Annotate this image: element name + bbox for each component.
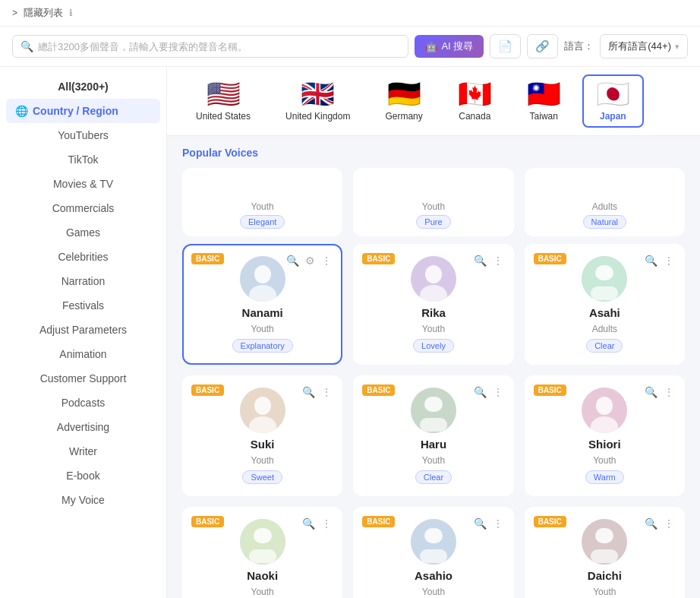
more-options-button[interactable]: ⋮ (662, 384, 676, 400)
voice-card-shiori[interactable]: BASIC 🔍 ⋮ Shiori Youth Warm (525, 375, 685, 496)
flag-us: 🇺🇸 (207, 81, 241, 108)
sidebar-item-commercials[interactable]: Commercials (0, 196, 166, 220)
link-button[interactable]: 🔗 (527, 34, 558, 59)
voice-tag: Clear (415, 470, 452, 484)
info-icon[interactable]: ℹ (69, 8, 73, 18)
svg-rect-26 (591, 549, 618, 563)
sidebar-item-advertising[interactable]: Advertising (0, 415, 166, 439)
svg-rect-13 (424, 397, 443, 412)
voice-card-haru[interactable]: BASIC 🔍 ⋮ Haru Youth Clear (353, 375, 513, 496)
top-bar: > 隱藏列表 ℹ (0, 0, 700, 27)
country-name-jp: Japan (600, 111, 626, 122)
sidebar-item-movies-tv[interactable]: Movies & TV (0, 172, 166, 196)
search-voice-button[interactable]: 🔍 (472, 253, 488, 268)
search-voice-button[interactable]: 🔍 (472, 384, 488, 400)
top-bar-label: 隱藏列表 (24, 6, 63, 20)
voice-name: Naoki (247, 569, 278, 582)
partial-card-0[interactable]: Youth Elegant (182, 168, 342, 236)
voice-age-partial-0: Youth (251, 201, 274, 212)
more-options-button[interactable]: ⋮ (491, 516, 505, 531)
voice-avatar (582, 256, 627, 302)
more-options-button[interactable]: ⋮ (320, 384, 333, 400)
sidebar-item-youtubers[interactable]: YouTubers (0, 123, 166, 147)
more-options-button[interactable]: ⋮ (662, 253, 676, 268)
voice-name: Asahi (589, 306, 620, 319)
sidebar-item-country-region[interactable]: 🌐 Country / Region (6, 99, 160, 123)
sidebar-item-all[interactable]: All(3200+) (0, 74, 166, 99)
sidebar-item-games[interactable]: Games (0, 220, 166, 245)
card-actions: 🔍 ⋮ (301, 384, 333, 400)
voice-age: Youth (251, 587, 274, 597)
search-voice-button[interactable]: 🔍 (643, 516, 659, 531)
sidebar-item-celebrities[interactable]: Celebrities (0, 245, 166, 269)
flag-uk: 🇬🇧 (301, 81, 335, 108)
voice-age: Youth (593, 587, 616, 597)
partial-card-1[interactable]: Youth Pure (353, 168, 513, 236)
globe-icon: 🌐 (15, 105, 28, 117)
more-options-button[interactable]: ⋮ (662, 516, 676, 531)
svg-rect-25 (595, 528, 613, 543)
voice-card-nanami[interactable]: BASIC 🔍 ⚙ ⋮ Nanami Youth Explanatory (182, 244, 342, 365)
voice-age: Adults (592, 324, 617, 334)
voice-tag: Sweet (242, 470, 282, 484)
partial-card-2[interactable]: Adults Natural (525, 168, 685, 236)
search-voice-button[interactable]: 🔍 (472, 516, 488, 531)
sidebar-item-festivals[interactable]: Festivals (0, 293, 166, 318)
sidebar-item-customer-support[interactable]: Customer Support (0, 366, 166, 391)
svg-point-4 (425, 265, 442, 283)
basic-badge: BASIC (362, 516, 395, 527)
more-options-button[interactable]: ⋮ (320, 253, 333, 268)
voice-avatar (240, 388, 285, 433)
popular-section: Popular Voices (167, 136, 700, 159)
country-tab-jp[interactable]: 🇯🇵 Japan (582, 74, 644, 128)
file-button[interactable]: 📄 (490, 34, 521, 59)
country-tab-tw[interactable]: 🇹🇼 Taiwan (513, 74, 575, 128)
card-actions: 🔍 ⋮ (472, 516, 505, 531)
language-select[interactable]: 所有語言(44+) ▾ (600, 34, 688, 59)
ai-search-button[interactable]: 🤖 AI 搜尋 (415, 35, 484, 58)
lang-value: 所有語言(44+) (608, 40, 671, 53)
country-tab-ca[interactable]: 🇨🇦 Canada (444, 74, 506, 128)
search-voice-button[interactable]: 🔍 (643, 253, 659, 268)
svg-rect-8 (591, 286, 618, 300)
voice-card-suki[interactable]: BASIC 🔍 ⋮ Suki Youth Sweet (182, 375, 342, 496)
arrow-icon[interactable]: > (12, 8, 17, 18)
chevron-down-icon: ▾ (675, 42, 680, 52)
voice-avatar (411, 388, 456, 433)
country-tab-de[interactable]: 🇩🇪 Germany (371, 74, 436, 128)
search-bar-row: 🔍 🤖 AI 搜尋 📄 🔗 語言： 所有語言(44+) ▾ (0, 27, 700, 67)
search-voice-button[interactable]: 🔍 (301, 384, 317, 400)
voice-age: Youth (422, 324, 445, 334)
country-tab-uk[interactable]: 🇬🇧 United Kingdom (272, 74, 364, 128)
sidebar-item-writer[interactable]: Writer (0, 439, 166, 464)
sidebar-item-my-voice[interactable]: My Voice (0, 488, 166, 512)
voice-card-asahi[interactable]: BASIC 🔍 ⋮ Asahi Adults Clear (525, 244, 685, 365)
country-tab-us[interactable]: 🇺🇸 United States (182, 74, 264, 128)
voice-card-daichi[interactable]: BASIC 🔍 ⋮ Daichi Youth Steady (525, 507, 685, 598)
sidebar-item-narration[interactable]: Narration (0, 269, 166, 293)
sidebar-item-tiktok[interactable]: TikTok (0, 147, 166, 172)
sidebar-item-adjust-parameters[interactable]: Adjust Parameters (0, 318, 166, 342)
voice-tag: Warm (585, 470, 624, 484)
sidebar-item-podcasts[interactable]: Podcasts (0, 391, 166, 415)
search-voice-button[interactable]: 🔍 (643, 384, 659, 400)
voice-tag-partial-0: Elegant (240, 215, 285, 229)
card-actions: 🔍 ⋮ (301, 516, 333, 531)
voice-name: Shiori (588, 438, 621, 451)
search-voice-button[interactable]: 🔍 (285, 253, 301, 268)
card-actions: 🔍 ⚙ ⋮ (285, 253, 333, 268)
basic-badge: BASIC (362, 253, 395, 264)
search-voice-button[interactable]: 🔍 (301, 516, 317, 531)
sidebar-item-animation[interactable]: Animation (0, 342, 166, 366)
voice-card-rika[interactable]: BASIC 🔍 ⋮ Rika Youth Lovely (353, 244, 513, 365)
more-options-button[interactable]: ⋮ (320, 516, 333, 531)
settings-icon[interactable]: ⚙ (304, 253, 317, 268)
more-options-button[interactable]: ⋮ (491, 253, 505, 268)
search-input[interactable] (38, 41, 400, 52)
basic-badge: BASIC (191, 253, 224, 264)
more-options-button[interactable]: ⋮ (491, 384, 505, 400)
sidebar-item-e-book[interactable]: E-book (0, 464, 166, 488)
voice-card-naoki[interactable]: BASIC 🔍 ⋮ Naoki Youth Magnetic (182, 507, 342, 598)
voice-card-asahio[interactable]: BASIC 🔍 ⋮ Asahio Youth Clear (353, 507, 513, 598)
card-actions: 🔍 ⋮ (472, 253, 505, 268)
